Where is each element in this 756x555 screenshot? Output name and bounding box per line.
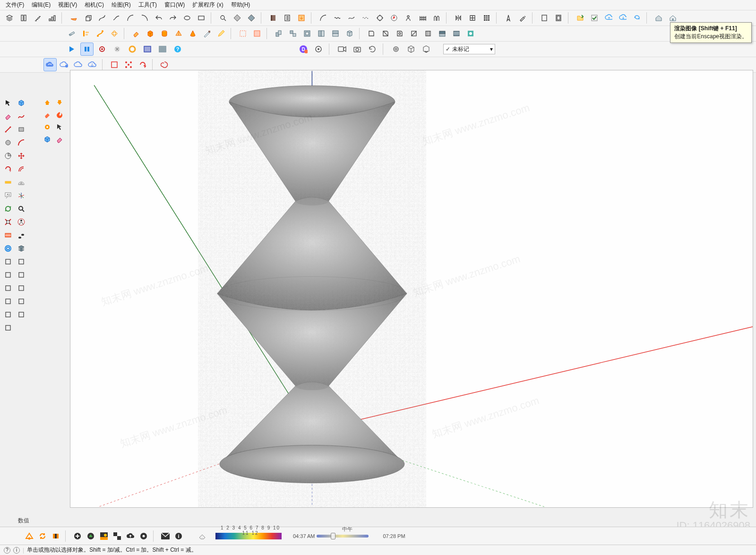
column-icon[interactable] — [17, 11, 30, 25]
sheet-icon[interactable] — [365, 27, 378, 40]
sel-rect-icon[interactable] — [236, 27, 249, 40]
boxes1-icon[interactable] — [272, 27, 285, 40]
bbox-icon[interactable] — [108, 58, 121, 71]
menu-view[interactable]: 视图(V) — [55, 0, 80, 10]
book-icon[interactable] — [266, 11, 280, 25]
position-icon[interactable] — [15, 216, 27, 228]
arc-tool2-icon[interactable] — [15, 137, 27, 149]
menu-file[interactable]: 文件(F) — [3, 0, 27, 10]
sb-up-icon[interactable] — [42, 97, 53, 108]
route-icon[interactable] — [94, 27, 107, 40]
loop-icon[interactable] — [180, 11, 194, 25]
spiral2-icon[interactable] — [2, 242, 14, 255]
refresh-icon[interactable] — [366, 43, 379, 56]
add-icon[interactable] — [72, 530, 83, 542]
render-icon[interactable] — [464, 27, 477, 40]
folder-out-icon[interactable] — [574, 11, 587, 25]
sb-gear-icon[interactable] — [42, 121, 53, 133]
section-icon[interactable] — [2, 229, 14, 241]
boxes6-icon[interactable] — [343, 27, 356, 40]
nodes-icon[interactable] — [122, 58, 135, 71]
cloud-dn-icon[interactable] — [616, 11, 629, 25]
rotate-tool-icon[interactable] — [2, 163, 14, 175]
line-tool-icon[interactable] — [2, 123, 14, 136]
sheet-r-icon[interactable] — [379, 27, 392, 40]
prev-view-icon[interactable] — [2, 295, 14, 307]
dashwave-icon[interactable] — [359, 11, 372, 25]
live-icon[interactable] — [50, 530, 61, 542]
time-slider[interactable] — [317, 535, 369, 538]
sheet3-icon[interactable] — [407, 27, 421, 40]
menu-window[interactable]: 窗口(W) — [162, 0, 188, 10]
knife-icon[interactable] — [200, 27, 214, 40]
protractor-icon[interactable] — [15, 176, 27, 188]
cube-icon[interactable] — [404, 43, 418, 56]
stairs-icon[interactable] — [31, 11, 44, 25]
cloud-down-icon[interactable] — [72, 58, 85, 71]
freehand-icon[interactable] — [15, 110, 27, 122]
target-icon[interactable] — [312, 43, 325, 56]
refresh2-icon[interactable] — [630, 11, 644, 25]
pushpull-icon[interactable] — [15, 256, 27, 268]
camera-icon[interactable] — [351, 43, 364, 56]
play-button[interactable] — [65, 43, 78, 56]
export-icon[interactable] — [295, 11, 308, 25]
viewport-3d[interactable]: 知末网 www.znzmo.com 知末网 www.znzmo.com 知末网 … — [70, 70, 753, 508]
fence-icon[interactable] — [416, 11, 429, 25]
sb-erase-icon[interactable] — [54, 134, 65, 145]
tape-tool-icon[interactable] — [2, 176, 14, 188]
enscape-logo-icon[interactable] — [24, 530, 35, 542]
movie-icon[interactable] — [141, 43, 154, 56]
axes-tool-icon[interactable] — [15, 189, 27, 202]
menu-draw[interactable]: 绘图(R) — [109, 0, 134, 10]
sb-down-icon[interactable] — [54, 97, 65, 108]
pie-tool-icon[interactable] — [2, 150, 14, 162]
select-arrow-icon[interactable] — [2, 97, 14, 109]
compass-icon[interactable] — [387, 11, 401, 25]
walk-tool-icon[interactable] — [15, 229, 27, 241]
grid-icon[interactable] — [466, 11, 479, 25]
extrude-icon[interactable] — [81, 11, 94, 25]
boxes2-icon[interactable] — [286, 27, 300, 40]
gear-outline-icon[interactable] — [389, 43, 403, 56]
status-info-icon[interactable]: ? — [4, 547, 10, 554]
menu-camera[interactable]: 相机(C) — [82, 0, 107, 10]
page-icon[interactable] — [281, 11, 294, 25]
waves-icon[interactable] — [15, 308, 27, 321]
tree-icon[interactable] — [85, 530, 96, 542]
spiral-icon[interactable] — [158, 58, 171, 71]
saw-icon[interactable] — [65, 27, 78, 40]
pause-button[interactable] — [80, 43, 94, 56]
plane-icon[interactable] — [67, 11, 80, 25]
cloud-upload-icon[interactable] — [125, 530, 136, 542]
zoom-window-icon[interactable] — [15, 282, 27, 294]
status-info-icon-2[interactable]: i — [13, 547, 20, 554]
search-tool-icon[interactable] — [216, 11, 230, 25]
eraser-small-icon[interactable] — [197, 530, 208, 542]
dimension-icon[interactable] — [15, 269, 27, 281]
arc-tool-icon[interactable] — [317, 11, 330, 25]
cloud-left-icon[interactable] — [86, 58, 99, 71]
slice-icon[interactable] — [172, 27, 185, 40]
cloud-link-icon[interactable] — [43, 58, 57, 71]
north-icon[interactable] — [502, 11, 515, 25]
target2-icon[interactable] — [373, 11, 387, 25]
menu-tools[interactable]: 工具(T) — [136, 0, 160, 10]
arc-r-icon[interactable] — [138, 11, 151, 25]
sel-fill-icon[interactable] — [250, 27, 264, 40]
menu-help[interactable]: 帮助(H) — [228, 0, 253, 10]
align-l-icon[interactable] — [79, 27, 93, 40]
info-icon[interactable]: i — [173, 530, 184, 542]
zoom-ext-icon[interactable] — [2, 216, 14, 228]
sb-flame-icon[interactable] — [54, 109, 65, 120]
slider-thumb[interactable] — [331, 533, 335, 539]
redo-icon[interactable] — [166, 11, 180, 25]
sync-icon[interactable] — [37, 530, 48, 542]
menu-edit[interactable]: 编辑(E) — [29, 0, 53, 10]
eraser-orange-icon[interactable] — [129, 27, 143, 40]
mail-icon[interactable] — [160, 530, 171, 542]
sb-cube-icon[interactable] — [42, 134, 53, 145]
stack2-icon[interactable] — [450, 27, 463, 40]
mirror-icon[interactable] — [452, 11, 465, 25]
enscape-d-icon[interactable]: D — [297, 43, 310, 56]
